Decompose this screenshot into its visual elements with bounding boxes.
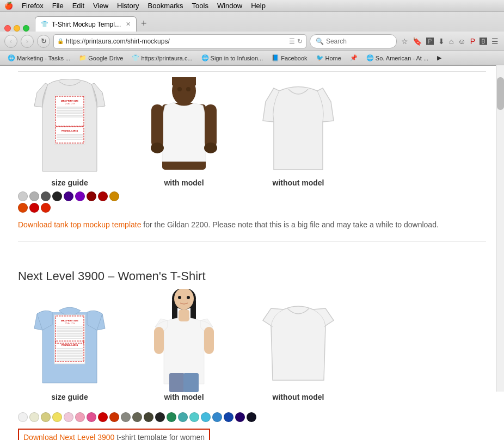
menu-view[interactable]: View [93, 2, 108, 10]
tank-size-guide-label: size guide [51, 178, 88, 187]
color-swatch[interactable] [98, 412, 108, 422]
color-swatch[interactable] [121, 412, 131, 422]
color-swatch[interactable] [18, 412, 28, 422]
color-swatch[interactable] [64, 412, 73, 422]
color-swatch[interactable] [109, 191, 119, 201]
color-swatch[interactable] [29, 191, 39, 201]
color-swatch[interactable] [201, 412, 211, 422]
ext-icon[interactable]: 🅱 [478, 36, 488, 47]
color-swatch[interactable] [41, 191, 51, 201]
apple-menu[interactable]: 🍎 [4, 2, 13, 10]
svg-rect-18 [151, 104, 163, 148]
svg-point-58 [187, 296, 190, 299]
star-icon[interactable]: ☆ [400, 36, 409, 47]
bookmark-marketing[interactable]: 🌐 Marketing - Tasks ... [4, 54, 73, 62]
scrollbar[interactable] [496, 65, 504, 392]
color-swatch[interactable] [87, 412, 96, 422]
svg-text:MAX PRINT SIZE: MAX PRINT SIZE [61, 319, 78, 322]
bookmark-soamerican[interactable]: 🌐 So. American - At ... [363, 54, 432, 62]
bookmark-printaura[interactable]: 👕 https://printaura.c... [128, 54, 195, 62]
bookmark-gdrive[interactable]: 📁 Google Drive [76, 54, 126, 62]
color-swatch[interactable] [109, 412, 119, 422]
svg-point-20 [151, 142, 164, 153]
menu-icon[interactable]: ☰ [490, 36, 500, 47]
color-swatch[interactable] [64, 191, 73, 201]
bookmark-home[interactable]: 🐦 Home [313, 54, 345, 62]
color-swatch[interactable] [132, 412, 142, 422]
svg-text:13" W x 17" H: 13" W x 17" H [65, 103, 75, 105]
color-swatch[interactable] [144, 412, 153, 422]
back-button[interactable]: ‹ [4, 35, 17, 48]
menu-firefox[interactable]: Firefox [22, 2, 44, 10]
download-icon[interactable]: ⬇ [437, 36, 446, 47]
womens-with-model-label: with model [164, 393, 204, 401]
color-swatch[interactable] [41, 412, 51, 422]
color-swatch[interactable] [235, 412, 245, 422]
color-swatch[interactable] [29, 203, 39, 213]
bookmark-infusion[interactable]: 🌐 Sign in to Infusion... [198, 54, 267, 62]
tank-color-swatches [18, 191, 121, 213]
scrollbar-thumb[interactable] [497, 77, 504, 110]
home-icon[interactable]: ⌂ [448, 36, 454, 47]
menu-tools[interactable]: Tools [192, 2, 208, 10]
pinterest-icon[interactable]: P [469, 36, 476, 47]
emoji-icon[interactable]: ☺ [457, 36, 466, 47]
address-bar[interactable]: 🔒 ☰ ↻ [53, 34, 306, 48]
color-swatch[interactable] [247, 412, 256, 422]
bookmark-infusion-icon: 🌐 [201, 54, 209, 61]
menu-history[interactable]: History [117, 2, 139, 10]
tank-size-guide-svg: MAX PRINT SIZE 13" W x 17" H [32, 79, 108, 174]
svg-rect-56 [183, 373, 199, 392]
color-swatch[interactable] [212, 412, 222, 422]
color-swatch[interactable] [75, 412, 85, 422]
pocket-icon[interactable]: 🅿 [425, 36, 435, 47]
minimize-window-button[interactable] [14, 25, 20, 32]
menu-edit[interactable]: Edit [72, 2, 84, 10]
color-swatch[interactable] [189, 412, 199, 422]
color-swatch[interactable] [29, 412, 39, 422]
bookmark-pinterest[interactable]: 📌 [347, 54, 361, 62]
tank-download-link[interactable]: Download tank top mockup template [18, 220, 141, 229]
womens-download-link[interactable]: Download Next Level 3900 [23, 433, 114, 440]
bookmarks-bar: 🌐 Marketing - Tasks ... 📁 Google Drive 👕… [0, 51, 504, 65]
color-swatch[interactable] [178, 412, 188, 422]
menu-window[interactable]: Window [217, 2, 242, 10]
menu-file[interactable]: File [52, 2, 64, 10]
tank-top-section: MAX PRINT SIZE 13" W x 17" H [18, 71, 486, 242]
reload-button[interactable]: ↻ [37, 35, 50, 48]
color-swatch[interactable] [52, 191, 62, 201]
search-input[interactable] [326, 38, 391, 45]
bookmark-facebook[interactable]: 📘 Facebook [268, 54, 310, 62]
color-swatch[interactable] [155, 412, 165, 422]
search-box[interactable]: 🔍 [310, 34, 397, 48]
forward-button[interactable]: › [21, 35, 34, 48]
svg-point-25 [186, 87, 190, 91]
search-icon: 🔍 [316, 38, 324, 45]
menu-help[interactable]: Help [251, 2, 266, 10]
color-swatch[interactable] [224, 412, 233, 422]
color-swatch[interactable] [87, 191, 96, 201]
color-swatch[interactable] [75, 191, 85, 201]
tab-close-button[interactable]: ✕ [126, 21, 131, 28]
bookmark-more[interactable]: ▶ [434, 54, 445, 62]
new-tab-button[interactable]: + [138, 18, 150, 29]
color-swatch[interactable] [167, 412, 176, 422]
url-input[interactable] [66, 38, 287, 45]
color-swatch[interactable] [98, 191, 108, 201]
reload-icon[interactable]: ↻ [297, 38, 303, 45]
womens-with-model-image [138, 292, 230, 389]
color-swatch[interactable] [18, 203, 28, 213]
browser-tab[interactable]: 👕 T-Shirt Mockup Templates ... ✕ [35, 16, 137, 32]
bookmark-icon[interactable]: 🔖 [411, 36, 423, 47]
color-swatch[interactable] [18, 191, 28, 201]
close-window-button[interactable] [4, 25, 11, 32]
womens-tshirt-title: Next Level 3900 – Women's T-Shirt [18, 269, 486, 283]
maximize-window-button[interactable] [23, 25, 29, 32]
tank-size-guide-item: MAX PRINT SIZE 13" W x 17" H [18, 77, 121, 213]
menu-bookmarks[interactable]: Bookmarks [148, 2, 183, 10]
color-swatch[interactable] [52, 412, 62, 422]
svg-point-24 [177, 87, 182, 91]
reader-icon[interactable]: ☰ [289, 38, 295, 45]
svg-text:13" W x 17" H: 13" W x 17" H [65, 323, 75, 325]
color-swatch[interactable] [41, 203, 51, 213]
